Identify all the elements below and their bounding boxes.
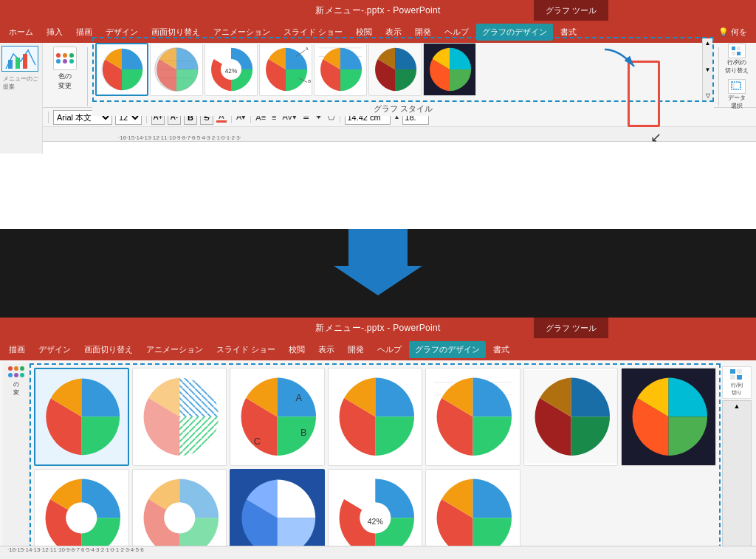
svg-marker-31 [334, 229, 422, 295]
chart-gallery-container: 42% AB [92, 37, 714, 102]
menu-home[interactable]: ホーム [3, 24, 39, 41]
graph-style-label: グラフ スタイル [92, 102, 714, 116]
bottom-menu-draw[interactable]: 描画 [3, 341, 31, 358]
gallery-scroll[interactable]: ▲ ▼ ▽ [702, 38, 712, 100]
bottom-menu-dev[interactable]: 開発 [342, 341, 370, 358]
sep1 [87, 47, 88, 106]
chart-thumb-4[interactable]: AB [259, 43, 312, 96]
data-select-btn[interactable]: データ選択 [722, 78, 752, 112]
top-title-text: 新メニュー-.pptx - PowerPoint [315, 4, 440, 17]
svg-rect-48 [730, 375, 735, 380]
color-change-icon [53, 47, 77, 70]
bottom-section: 新メニュー-.pptx - PowerPoint グラフ ツール 描画 デザイン… [0, 318, 756, 559]
middle-arrow [334, 229, 422, 298]
bottom-ribbon: の変 [0, 360, 756, 559]
bottom-menu-format[interactable]: 書式 [487, 341, 515, 358]
exp-chart-3[interactable]: ABC [230, 368, 325, 466]
svg-rect-46 [730, 369, 735, 374]
svg-text:42%: 42% [367, 516, 382, 525]
bottom-ruler: ·16·15·14·13·12·11·10·9·8·7·6·5·4·3·2·1·… [0, 546, 756, 559]
top-ruler: ·16·15·14·13·12·11·10·9·8·7·6·5·4·3·2·1·… [0, 127, 756, 142]
bottom-scroll-up[interactable]: ▲ [734, 402, 740, 410]
toolbar-sep1 [48, 112, 49, 123]
left-sidebar: メニューのご提案 [0, 43, 43, 154]
bottom-left-panel: の変 [3, 363, 30, 559]
chart-thumb-2[interactable] [150, 43, 203, 96]
svg-text:B: B [300, 428, 306, 438]
bottom-row-col-btn[interactable]: 行/列切り [722, 366, 752, 399]
bottom-left-label: の変 [13, 380, 19, 397]
svg-text:C: C [254, 436, 261, 447]
exp-chart-6[interactable] [523, 368, 619, 466]
svg-text:B: B [308, 79, 311, 83]
svg-rect-47 [737, 369, 742, 374]
svg-text:A: A [306, 47, 309, 51]
svg-rect-30 [23, 54, 27, 69]
ribbon-right-group: 行/列の切り替え データ選択 [721, 39, 753, 114]
chart-gallery: 42% AB [95, 40, 711, 99]
bottom-menu-help[interactable]: ヘルプ [371, 341, 408, 358]
sep2 [718, 47, 719, 106]
chart-thumb-3[interactable]: 42% [205, 43, 258, 96]
chart-thumb-6[interactable] [368, 43, 422, 96]
scroll-down-icon[interactable]: ▼ [705, 66, 711, 73]
exp-chart-7[interactable] [621, 368, 716, 466]
menu-insert[interactable]: 挿入 [41, 24, 69, 41]
svg-point-41 [66, 502, 97, 533]
svg-text:42%: 42% [225, 68, 237, 75]
top-ribbon: クイックレイアウト [0, 43, 756, 108]
chart-thumb-1[interactable] [95, 43, 148, 96]
color-change-group: 色の変更 [44, 44, 86, 110]
row-col-label: 行/列の切り替え [725, 58, 749, 75]
slide-thumb[interactable] [1, 46, 38, 72]
scroll-expand-icon[interactable]: ▽ [706, 92, 710, 99]
bottom-menu-design[interactable]: デザイン [32, 341, 77, 358]
bottom-row-col-label: 行/列切り [724, 382, 749, 397]
bottom-scroll-control[interactable]: ▲ ▼ [722, 400, 752, 559]
bottom-title-text: 新メニュー-.pptx - PowerPoint [315, 322, 440, 335]
svg-rect-22 [732, 52, 735, 55]
bottom-menu-slideshow[interactable]: スライド ショー [210, 341, 281, 358]
svg-rect-21 [737, 47, 740, 50]
graph-tools-label-top: グラフ ツール [534, 0, 608, 21]
svg-rect-23 [737, 52, 740, 55]
svg-rect-24 [732, 82, 740, 89]
bottom-title-bar: 新メニュー-.pptx - PowerPoint グラフ ツール [0, 318, 756, 338]
bottom-menu-animation[interactable]: アニメーション [140, 341, 209, 358]
scroll-up-icon[interactable]: ▲ [705, 40, 711, 47]
svg-point-42 [164, 502, 195, 533]
svg-rect-29 [16, 58, 20, 69]
exp-chart-5[interactable] [425, 368, 520, 466]
exp-chart-4[interactable] [328, 368, 423, 466]
bottom-menu-chart-design[interactable]: グラフのデザイン [409, 341, 486, 358]
slide-label: メニューのご提案 [1, 73, 41, 92]
bottom-menu-bar: 描画 デザイン 画面切り替え アニメーション スライド ショー 校閲 表示 開発… [0, 338, 756, 360]
bottom-menu-view[interactable]: 表示 [312, 341, 340, 358]
bottom-ribbon-right: 行/列切り ▲ ▼ [721, 363, 753, 559]
svg-text:A: A [296, 393, 303, 403]
svg-rect-28 [8, 60, 13, 69]
graph-tools-label-bottom: グラフ ツール [534, 318, 608, 338]
svg-rect-20 [732, 47, 735, 50]
chart-thumb-7[interactable] [423, 43, 476, 96]
row-col-switch-btn[interactable]: 行/列の切り替え [722, 42, 752, 76]
expanded-chart-gallery: ABC [30, 363, 721, 559]
chart-thumb-5[interactable] [314, 43, 367, 96]
svg-rect-49 [737, 375, 742, 380]
menu-lightbulb[interactable]: 💡 何を [712, 24, 753, 41]
bottom-menu-transition[interactable]: 画面切り替え [78, 341, 139, 358]
top-title-bar: 新メニュー-.pptx - PowerPoint グラフ ツール [0, 0, 756, 21]
data-select-label: データ選択 [728, 94, 746, 110]
color-change-label[interactable]: 色の変更 [58, 72, 72, 91]
exp-chart-2[interactable] [132, 368, 227, 466]
top-section: 新メニュー-.pptx - PowerPoint グラフ ツール ホーム 挿入 … [0, 0, 756, 229]
bottom-menu-review[interactable]: 校閲 [283, 341, 311, 358]
exp-chart-1[interactable] [34, 368, 129, 466]
